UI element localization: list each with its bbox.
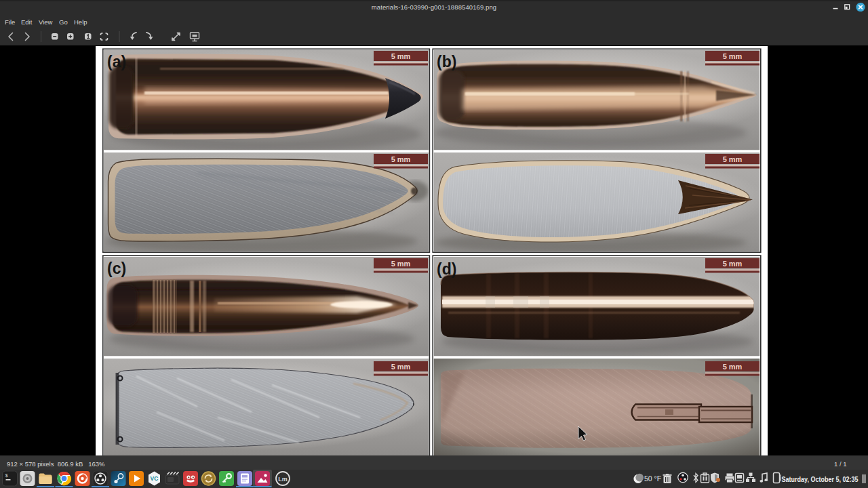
svg-text:(d): (d) xyxy=(437,260,456,278)
svg-text:VC: VC xyxy=(151,475,159,482)
svg-text:$: $ xyxy=(5,473,8,479)
svg-text:(b): (b) xyxy=(437,53,456,70)
svg-text:(c): (c) xyxy=(107,260,126,277)
svg-text:Lm: Lm xyxy=(278,476,288,483)
svg-text:(a): (a) xyxy=(107,53,126,70)
svg-text:50 °F: 50 °F xyxy=(644,474,661,483)
svg-text:Saturday, October 5, 02:35: Saturday, October 5, 02:35 xyxy=(782,475,859,483)
